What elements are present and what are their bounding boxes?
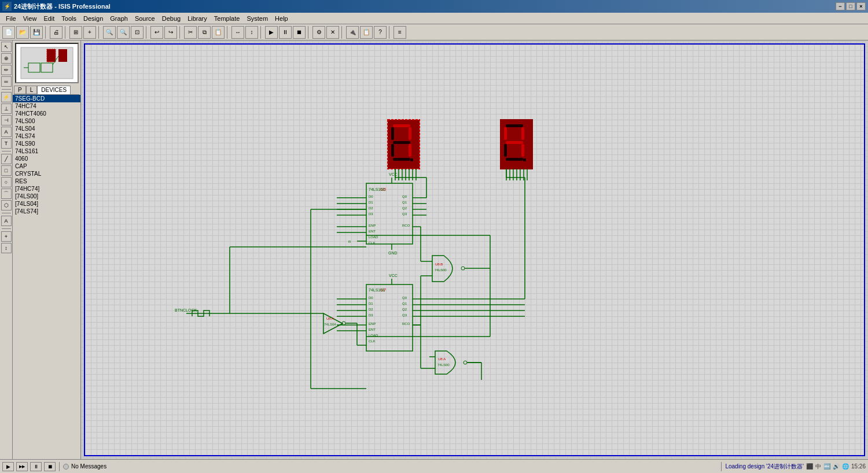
polygon-tool[interactable]: ⬡ xyxy=(1,200,12,210)
run-sim[interactable]: ▶ xyxy=(265,26,278,39)
zoom-out[interactable]: 🔍 xyxy=(117,26,130,39)
canvas-area[interactable]: U6 74LS161 D0 D1 D2 D3 Q0 Q1 Q2 Q3 ENP E… xyxy=(81,40,868,459)
menu-item-debug[interactable]: Debug xyxy=(159,14,184,23)
close-button[interactable]: × xyxy=(856,2,866,10)
maximize-button[interactable]: □ xyxy=(846,2,855,10)
ground-tool[interactable]: ⊥ xyxy=(1,104,12,114)
mirror-v[interactable]: ↕ xyxy=(245,26,258,39)
zoom-tool[interactable]: ↕ xyxy=(1,243,12,253)
origin-button[interactable]: + xyxy=(83,26,96,39)
device-item[interactable]: CAP xyxy=(13,162,80,170)
properties-btn[interactable]: 📋 xyxy=(360,26,373,39)
device-item[interactable]: 74HC74 xyxy=(13,102,80,110)
play-button[interactable]: ▶ xyxy=(2,462,14,471)
tab-devices[interactable]: DEVICES xyxy=(37,86,71,94)
toolbar: 📄 📂 💾 🖨 ⊞ + 🔍 🔍 ⊡ ↩ ↪ ✂ ⧉ 📋 ↔ ↕ ▶ ⏸ ⏹ ⚙ … xyxy=(0,24,868,40)
print-button[interactable]: 🖨 xyxy=(50,26,62,39)
device-item[interactable]: [74LS74] xyxy=(13,208,80,215)
select-tool[interactable]: ↖ xyxy=(1,42,12,52)
device-item[interactable]: CRYSTAL xyxy=(13,170,80,178)
menu-item-template[interactable]: Template xyxy=(211,14,244,23)
preview-box xyxy=(15,43,79,83)
tb-sep1 xyxy=(45,26,47,39)
power-tool[interactable]: ⚡ xyxy=(1,92,12,102)
device-item[interactable]: 74LS00 xyxy=(13,117,80,125)
tab-p[interactable]: P xyxy=(14,86,26,94)
statusbar: ▶ ▶▶ ⏸ ⏹ No Messages Loading design '24进… xyxy=(0,459,868,473)
device-item[interactable]: 74LS74 xyxy=(13,132,80,140)
port-tool[interactable]: ⊣ xyxy=(1,115,12,125)
device-item[interactable]: [74LS04] xyxy=(13,200,80,208)
menu-item-source[interactable]: Source xyxy=(131,14,159,23)
menu-item-view[interactable]: View xyxy=(20,14,41,23)
extra-btn[interactable]: ≡ xyxy=(393,26,406,39)
tb-sep4 xyxy=(146,26,148,39)
component-btn[interactable]: 🔌 xyxy=(346,26,359,39)
line-tool[interactable]: ╱ xyxy=(1,154,12,164)
help-btn[interactable]: ? xyxy=(374,26,387,39)
new-button[interactable]: 📄 xyxy=(2,26,15,39)
schematic-region[interactable]: U6 74LS161 D0 D1 D2 D3 Q0 Q1 Q2 Q3 ENP E… xyxy=(84,43,865,456)
mirror-h[interactable]: ↔ xyxy=(231,26,244,39)
menu-item-library[interactable]: Library xyxy=(184,14,211,23)
status-message: No Messages xyxy=(71,463,718,470)
menu-item-tools[interactable]: Tools xyxy=(58,14,80,23)
box-tool[interactable]: □ xyxy=(1,165,12,176)
left-toolbar: ↖ ⊕ ✏ ═ ⚡ ⊥ ⊣ A T ╱ □ ○ ⌒ ⬡ A + ↕ xyxy=(0,40,13,459)
menu-item-graph[interactable]: Graph xyxy=(106,14,131,23)
device-item[interactable]: 74LS04 xyxy=(13,125,80,132)
device-item[interactable]: 74LS161 xyxy=(13,147,80,155)
label-tool[interactable]: A xyxy=(1,127,12,137)
paste-button[interactable]: 📋 xyxy=(212,26,225,39)
status-sep2 xyxy=(721,462,722,471)
zoom-fit[interactable]: ⊡ xyxy=(131,26,144,39)
cut-button[interactable]: ✂ xyxy=(184,26,197,39)
tb-sep2 xyxy=(65,26,67,39)
stop-sim[interactable]: ⏹ xyxy=(293,26,306,39)
time-indicator: ⬛ xyxy=(806,463,813,470)
menu-item-system[interactable]: System xyxy=(243,14,271,23)
zoom-in[interactable]: 🔍 xyxy=(103,26,116,39)
symbol-tool[interactable]: A xyxy=(1,216,12,226)
menu-item-design[interactable]: Design xyxy=(80,14,106,23)
tb-sep9 xyxy=(341,26,344,39)
redo-button[interactable]: ↪ xyxy=(164,26,177,39)
menu-item-edit[interactable]: Edit xyxy=(40,14,58,23)
lt-sep1 xyxy=(2,89,11,90)
menu-item-help[interactable]: Help xyxy=(271,14,292,23)
device-item[interactable]: 74HCT4060 xyxy=(13,110,80,117)
device-item[interactable]: 4060 xyxy=(13,155,80,162)
save-button[interactable]: 💾 xyxy=(30,26,43,39)
device-item[interactable]: 7SEG-BCD xyxy=(13,95,80,102)
device-item[interactable]: [74LS00] xyxy=(13,193,80,200)
copy-button[interactable]: ⧉ xyxy=(198,26,211,39)
minimize-button[interactable]: − xyxy=(836,2,845,10)
tb-sep7 xyxy=(260,26,263,39)
component-tool[interactable]: ⊕ xyxy=(1,53,12,64)
sound-indicator: 🔊 xyxy=(833,463,840,470)
debug-stop[interactable]: ✕ xyxy=(326,26,339,39)
open-button[interactable]: 📂 xyxy=(16,26,29,39)
arc-tool[interactable]: ⌒ xyxy=(1,189,12,199)
undo-button[interactable]: ↩ xyxy=(150,26,163,39)
grid-button[interactable]: ⊞ xyxy=(69,26,82,39)
fast-play-button[interactable]: ▶▶ xyxy=(16,462,28,471)
pause-button[interactable]: ⏸ xyxy=(30,462,42,471)
circle-tool[interactable]: ○ xyxy=(1,177,12,187)
device-item[interactable]: 74LS90 xyxy=(13,140,80,147)
device-item[interactable]: [74HC74] xyxy=(13,185,80,193)
stop-button[interactable]: ⏹ xyxy=(44,462,56,471)
status-indicator xyxy=(63,464,69,470)
device-list: 7SEG-BCD74HC7474HCT406074LS0074LS0474LS7… xyxy=(13,95,80,459)
text-tool[interactable]: T xyxy=(1,138,12,149)
device-item[interactable]: RES xyxy=(13,178,80,185)
debug-start[interactable]: ⚙ xyxy=(312,26,325,39)
bus-tool[interactable]: ═ xyxy=(1,76,12,87)
tab-l[interactable]: L xyxy=(26,86,38,94)
loading-message: Loading design '24进制计数器' xyxy=(725,463,804,471)
wire-tool[interactable]: ✏ xyxy=(1,65,12,75)
add-tool[interactable]: + xyxy=(1,231,12,242)
menu-item-file[interactable]: File xyxy=(2,14,20,23)
pause-sim[interactable]: ⏸ xyxy=(279,26,292,39)
lt-sep3 xyxy=(2,213,11,213)
